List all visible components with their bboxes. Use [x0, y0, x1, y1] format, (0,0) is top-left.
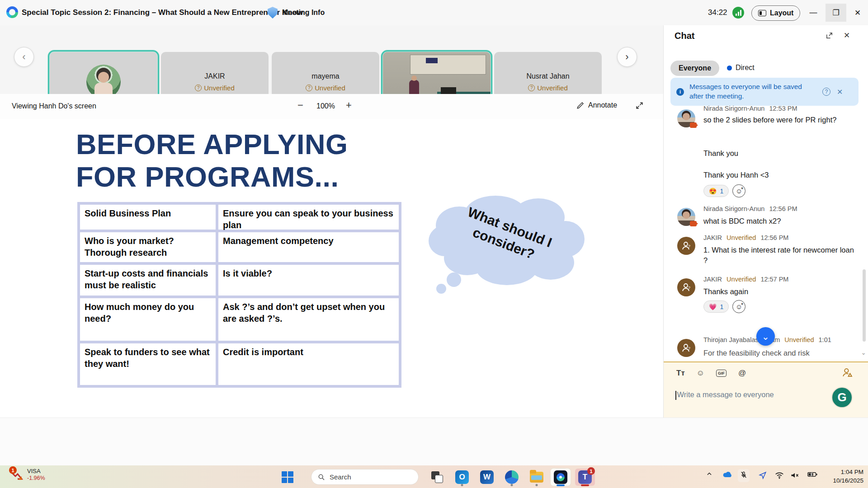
avatar: ? [677, 237, 695, 255]
widget-ticker: VISA [27, 468, 45, 475]
reaction-pill[interactable]: 😍1 [703, 185, 729, 197]
help-icon[interactable]: ? [822, 88, 830, 96]
tab-direct[interactable]: Direct [727, 64, 755, 72]
word-icon[interactable]: W [477, 469, 497, 486]
minimize-button[interactable]: — [803, 4, 824, 22]
zoom-level: 100% [316, 102, 335, 110]
widget-badge: 1 [9, 466, 17, 474]
message-text: Thanks again [703, 286, 855, 297]
text-format-icon[interactable]: Tᴛ [676, 369, 685, 378]
table-row: Solid Business Plan Ensure you can speak… [80, 205, 399, 230]
volume-muted-icon[interactable] [790, 471, 799, 481]
avatar [677, 109, 695, 127]
start-button[interactable] [278, 469, 297, 486]
wifi-icon[interactable] [775, 472, 784, 480]
outlook-icon[interactable]: O [452, 469, 472, 486]
reaction-row: 💗1 ☺+ [703, 300, 745, 313]
onedrive-icon[interactable] [722, 471, 732, 479]
restore-button[interactable]: ❐ [826, 4, 846, 22]
tray-mic-muted-icon[interactable] [738, 469, 750, 482]
reaction-row: 😍1 ☺+ [703, 184, 745, 197]
unverified-badge: ?Unverified [528, 84, 568, 92]
taskbar-clock[interactable]: 1:04 PM 10/16/2025 [833, 468, 863, 485]
reaction-pill[interactable]: 💗1 [703, 300, 729, 313]
tray-chevron-icon[interactable] [706, 471, 712, 479]
add-reaction-button[interactable]: ☺+ [732, 184, 745, 197]
direct-unread-dot [727, 66, 732, 70]
edge-icon[interactable] [502, 469, 522, 486]
tab-everyone[interactable]: Everyone [670, 61, 719, 76]
windows-taskbar: 1 VISA -1.96% Search O W [0, 465, 868, 488]
viewing-label: Viewing Hanh Do's screen [12, 102, 96, 110]
chat-panel-title: Chat [675, 31, 694, 41]
filmstrip: ‹ Hanh Do ↑ JAKIR ?Unverified mayema ?Un… [0, 25, 663, 94]
thought-cloud: What should I consider? [428, 190, 586, 299]
meeting-title: Special Topic Session 2: Financing – Wha… [22, 8, 303, 17]
text-caret [675, 391, 676, 400]
zoom-in-button[interactable]: + [346, 99, 352, 111]
webex-taskbar-icon[interactable] [551, 469, 571, 486]
svg-text:?: ? [688, 244, 690, 249]
zoom-out-button[interactable]: − [297, 99, 303, 111]
chat-scrollbar[interactable] [863, 269, 866, 342]
camera-on-badge [690, 122, 697, 128]
teams-taskbar-icon[interactable]: T 1 [575, 469, 595, 486]
svg-text:?: ? [688, 346, 690, 351]
participant-name: Nusrat Jahan [526, 72, 569, 80]
message-author-row: Nirada Sirigorn-Anun12:56 PM [703, 205, 797, 212]
table-row: Start-up costs and financials must be re… [80, 265, 399, 296]
search-placeholder: Search [330, 473, 351, 481]
slide-table: Solid Business Plan Ensure you can speak… [77, 202, 401, 388]
slide-title-line2: FOR PROGRAMS... [76, 160, 339, 193]
table-cell: Who is your market? Thorough research [80, 232, 216, 262]
emoji-icon[interactable]: ☺ [697, 369, 704, 378]
filmstrip-next-button[interactable]: › [617, 47, 637, 67]
layout-button[interactable]: Layout [751, 5, 800, 21]
file-explorer-icon[interactable] [527, 469, 547, 486]
close-button[interactable]: ✕ [847, 4, 868, 22]
gif-icon[interactable]: GIF [716, 370, 726, 377]
meeting-timer: 34:22 [708, 8, 727, 17]
info-icon: i [676, 88, 684, 96]
table-row: Who is your market? Thorough research Ma… [80, 232, 399, 262]
expand-icon [635, 101, 644, 110]
battery-icon[interactable] [807, 471, 817, 479]
widget-change: -1.96% [27, 475, 45, 482]
meeting-info-label: Meeting Info [282, 9, 325, 17]
location-icon[interactable] [759, 471, 767, 481]
dismiss-banner-button[interactable]: ✕ [837, 88, 843, 96]
task-view-button[interactable] [427, 469, 447, 486]
mention-icon[interactable]: @ [738, 369, 746, 378]
close-chat-button[interactable]: ✕ [844, 31, 850, 40]
layout-label: Layout [770, 9, 793, 17]
share-view-bar: Viewing Hanh Do's screen − 100% + Annota… [0, 94, 663, 119]
webex-logo-icon [6, 6, 18, 18]
unverified-sender-warning-icon[interactable] [842, 367, 853, 380]
message-text: Thank you [703, 148, 855, 159]
add-reaction-button[interactable]: ☺+ [732, 300, 745, 313]
table-cell: Start-up costs and financials must be re… [80, 265, 216, 296]
filmstrip-prev-button[interactable]: ‹ [14, 47, 34, 67]
news-widget[interactable]: 1 VISA -1.96% [10, 467, 45, 483]
table-cell: Speak to funders to see what they want! [80, 343, 216, 385]
table-cell: Ensure you can speak to your business pl… [218, 205, 399, 230]
table-cell: How much money do you need? [80, 298, 216, 341]
scroll-to-latest-button[interactable]: ⌄ [756, 327, 775, 346]
table-cell: Solid Business Plan [80, 205, 216, 230]
meeting-info-button[interactable]: Meeting Info [268, 7, 325, 19]
teams-badge: 1 [587, 467, 595, 475]
taskbar-search[interactable]: Search [311, 469, 419, 485]
annotate-button[interactable]: Annotate [576, 101, 617, 109]
expand-view-button[interactable] [635, 101, 644, 112]
table-cell: Ask ?’s and don’t get upset when you are… [218, 298, 399, 341]
scrollbar-down-arrow[interactable]: ⌄ [861, 349, 866, 356]
message-author-row: JAKIRUnverified12:57 PM [703, 276, 788, 283]
message-input[interactable]: Write a message to everyone [675, 390, 774, 400]
windows-logo-icon [282, 471, 293, 483]
title-bar: Special Topic Session 2: Financing – Wha… [0, 0, 868, 25]
chat-panel: Chat ✕ Everyone Direct i Messages to eve… [663, 25, 868, 418]
popout-chat-button[interactable] [826, 32, 833, 42]
tray-time: 1:04 PM [833, 468, 863, 477]
connection-quality-icon[interactable] [732, 7, 744, 19]
grammarly-icon[interactable]: G [831, 387, 853, 408]
